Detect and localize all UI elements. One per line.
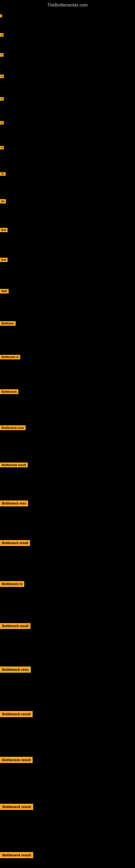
bottleneck-item: Bottleneck resu <box>0 424 135 432</box>
bottleneck-label: Bott <box>0 228 8 232</box>
bottleneck-label: Bottleneck result <box>0 852 33 858</box>
bottleneck-label: Bottleneck result <box>0 463 28 467</box>
bottleneck-item: Bottleneck <box>0 388 135 396</box>
bottleneck-item: Bottleneck resu <box>0 499 135 507</box>
bottleneck-label: I <box>0 14 2 18</box>
bottleneck-item: Bottleneck result <box>0 539 135 547</box>
items-container: IEFBBBBBoBoBottBottBottBottlenecBottlene… <box>0 9 135 868</box>
bottleneck-label: Bottleneck result <box>0 540 30 546</box>
bottleneck-item: Bottleneck result <box>0 461 135 469</box>
bottleneck-item: Bott <box>0 256 135 264</box>
bottleneck-label: F <box>0 53 3 57</box>
bottleneck-label: Bottleneck re <box>0 581 24 587</box>
bottleneck-label: Bottleneck result <box>0 711 33 717</box>
bottleneck-label: Bottleneck result <box>0 757 33 763</box>
bottleneck-label: Bottleneck result <box>0 623 31 629</box>
bottleneck-label: Bottleneck result <box>0 804 33 810</box>
bottleneck-item: Bottleneck result <box>0 622 135 630</box>
bottleneck-label: Bottleneck resu <box>0 425 26 430</box>
bottleneck-label: Bottleneck resu <box>0 500 28 506</box>
bottleneck-label: Bott <box>0 289 9 293</box>
bottleneck-label: Bo <box>0 172 6 176</box>
bottleneck-label: B <box>0 97 4 101</box>
bottleneck-item: Bottleneck re <box>0 353 135 361</box>
bottleneck-item: Bottleneck result <box>0 803 135 811</box>
bottleneck-item: B <box>0 144 135 152</box>
site-title: TheBottlenecker.com <box>0 0 135 9</box>
bottleneck-label: Bott <box>0 258 8 262</box>
bottleneck-item: Bottleneck re <box>0 580 135 588</box>
bottleneck-item: Bo <box>0 170 135 178</box>
bottleneck-item: Bottleneck result <box>0 851 135 859</box>
bottleneck-label: Bottleneck resu <box>0 666 31 673</box>
bottleneck-item: Bott <box>0 226 135 234</box>
bottleneck-label: Bottleneck re <box>0 355 20 360</box>
bottleneck-label: Bo <box>0 199 6 204</box>
bottleneck-label: Bottleneck <box>0 389 18 394</box>
bottleneck-item: B <box>0 95 135 103</box>
bottleneck-item: Bottleneck result <box>0 756 135 764</box>
bottleneck-item: Bottleneck result <box>0 710 135 718</box>
bottleneck-label: E <box>0 33 3 37</box>
bottleneck-item: Bottleneck resu <box>0 665 135 674</box>
bottleneck-label: B <box>0 146 4 150</box>
bottleneck-item: E <box>0 31 135 39</box>
bottleneck-label: Bottlenec <box>0 321 16 326</box>
bottleneck-item: B <box>0 119 135 127</box>
bottleneck-item: I <box>0 12 135 20</box>
bottleneck-item: B <box>0 72 135 80</box>
bottleneck-item: Bott <box>0 287 135 295</box>
bottleneck-item: Bottlenec <box>0 319 135 328</box>
bottleneck-item: F <box>0 51 135 59</box>
bottleneck-label: B <box>0 121 4 124</box>
bottleneck-item: Bo <box>0 197 135 205</box>
bottleneck-label: B <box>0 74 4 78</box>
